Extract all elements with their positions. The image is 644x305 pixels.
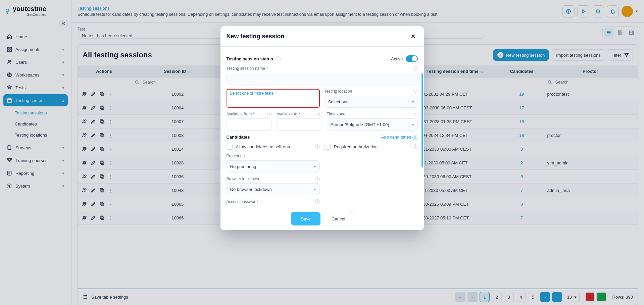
self-enroll-label: Allow candidates to self-enroll xyxy=(236,144,294,149)
available-from-input[interactable] xyxy=(227,118,272,131)
checkbox-icon xyxy=(227,144,233,150)
modal-close-button[interactable] xyxy=(408,32,418,41)
status-heading: Testing session status xyxy=(227,56,273,61)
password-label: Access password xyxy=(227,199,258,204)
app-root: youtestme GetCertified Home Assignments … xyxy=(0,0,644,305)
info-icon[interactable]: i xyxy=(413,66,418,71)
select-tests-label: Select one or more tests xyxy=(230,91,316,96)
self-enroll-checkbox[interactable]: Allow candidates to self-enrolli xyxy=(227,144,320,150)
location-value: Select one xyxy=(328,99,349,104)
proctoring-value: No proctoring xyxy=(230,164,256,169)
info-icon[interactable]: i xyxy=(413,89,418,94)
info-icon[interactable]: i xyxy=(276,56,281,61)
chevron-down-icon: ▾ xyxy=(412,122,414,127)
lockdown-value: No browser lockdown xyxy=(230,187,272,192)
modal-actions: Save Cancel xyxy=(220,207,424,230)
candidates-heading: Candidates xyxy=(227,135,250,140)
chevron-down-icon: ▾ xyxy=(314,164,316,169)
add-candidates-link[interactable]: Add candidates (0) xyxy=(381,135,417,140)
info-icon[interactable]: i xyxy=(413,112,418,116)
info-icon[interactable]: i xyxy=(315,176,320,181)
required-auth-label: Required authorization xyxy=(334,144,378,149)
location-select[interactable]: Select one▾ xyxy=(325,96,418,108)
checkbox-icon xyxy=(325,144,331,150)
status-toggle[interactable] xyxy=(406,55,418,62)
info-icon[interactable]: i xyxy=(267,112,272,116)
modal-title: New testing session xyxy=(227,33,285,40)
proctoring-label: Proctoring xyxy=(227,154,245,158)
status-active-label: Active xyxy=(391,56,403,61)
modal-scrim[interactable]: New testing session Testing session stat… xyxy=(0,0,644,305)
session-name-input[interactable] xyxy=(227,73,418,85)
chevron-down-icon: ▾ xyxy=(412,99,414,104)
to-label: Available to * xyxy=(277,112,300,116)
new-session-modal: New testing session Testing session stat… xyxy=(220,26,424,230)
select-tests-highlight[interactable]: Select one or more tests xyxy=(227,89,320,108)
info-icon[interactable]: i xyxy=(317,112,322,116)
save-label: Save xyxy=(301,216,311,221)
from-label: Available from * xyxy=(227,112,255,116)
cancel-label: Cancel xyxy=(332,216,345,221)
tz-value: Europe/Belgrade (GMT +1:00) xyxy=(331,122,389,127)
lockdown-select[interactable]: No browser lockdown▾ xyxy=(227,183,320,195)
required-auth-checkbox[interactable]: Required authorizationi xyxy=(325,144,418,150)
available-to-input[interactable] xyxy=(277,118,322,131)
info-icon[interactable]: i xyxy=(315,144,320,149)
session-name-field[interactable] xyxy=(230,76,414,82)
chevron-down-icon: ▾ xyxy=(314,187,316,192)
tz-label: Time zone xyxy=(327,112,346,116)
modal-save-button[interactable]: Save xyxy=(291,212,320,225)
info-icon[interactable]: i xyxy=(413,144,418,149)
info-icon[interactable]: i xyxy=(315,199,320,204)
close-icon xyxy=(410,33,416,40)
lockdown-label: Browser lockdown xyxy=(227,176,259,181)
session-name-label: Testing session name * xyxy=(227,66,268,71)
modal-cancel-button[interactable]: Cancel xyxy=(324,212,353,225)
proctoring-select[interactable]: No proctoring▾ xyxy=(227,160,320,172)
tz-select[interactable]: Europe/Belgrade (GMT +1:00)▾ xyxy=(327,118,418,131)
location-label: Testing location xyxy=(325,89,352,94)
